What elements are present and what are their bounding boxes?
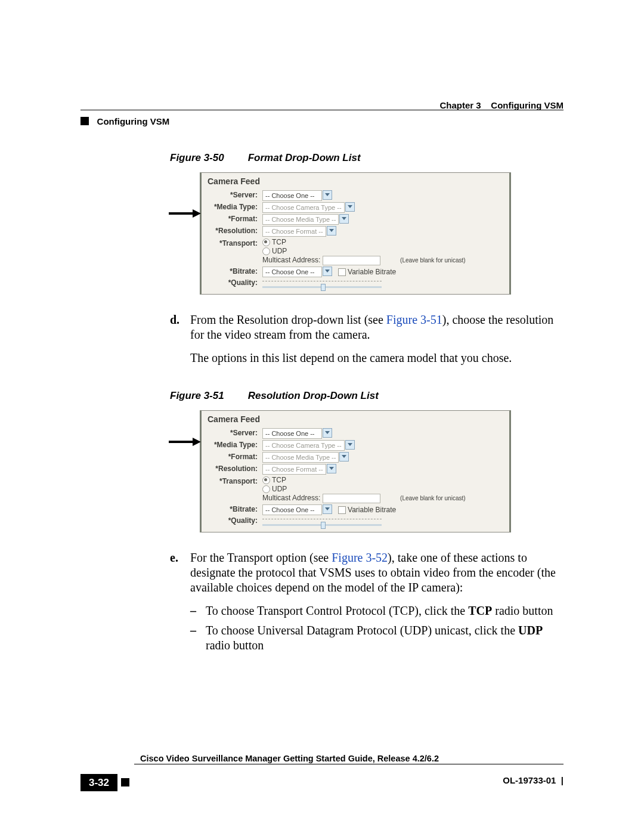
chevron-down-icon[interactable] bbox=[345, 202, 355, 212]
panel-title: Camera Feed bbox=[208, 176, 504, 187]
footer: Cisco Video Surveillance Manager Getting… bbox=[80, 774, 564, 791]
chevron-down-icon[interactable] bbox=[345, 440, 355, 450]
resolution-dropdown[interactable]: -- Choose Format -- bbox=[262, 464, 326, 475]
quality-slider[interactable] bbox=[262, 281, 382, 287]
figure-3-52-link[interactable]: Figure 3-52 bbox=[332, 551, 388, 564]
quality-slider[interactable] bbox=[262, 519, 382, 525]
figure-50-caption: Figure 3-50Format Drop-Down List bbox=[170, 151, 564, 164]
bitrate-label: *Bitrate: bbox=[206, 266, 260, 278]
udp-radio[interactable] bbox=[262, 247, 270, 255]
footer-marker-icon bbox=[121, 778, 129, 786]
multicast-note: (Leave blank for unicast) bbox=[400, 257, 466, 264]
section-title: Configuring VSM bbox=[97, 116, 170, 126]
camera-feed-panel: Camera Feed *Server: -- Choose One -- *M… bbox=[200, 172, 511, 295]
multicast-address-label: Multicast Address: bbox=[262, 256, 320, 264]
media-type-label: *Media Type: bbox=[206, 202, 260, 213]
step-d-text-1: From the Resolution drop-down list (see … bbox=[190, 312, 564, 342]
server-label: *Server: bbox=[206, 428, 260, 439]
media-type-label: *Media Type: bbox=[206, 439, 260, 451]
variable-bitrate-label: Variable Bitrate bbox=[348, 268, 396, 276]
step-e-text: For the Transport option (see Figure 3-5… bbox=[190, 550, 564, 595]
chevron-down-icon[interactable] bbox=[327, 226, 336, 236]
section-header: Configuring VSM bbox=[80, 113, 564, 128]
figure-51: Camera Feed *Server: -- Choose One -- *M… bbox=[170, 410, 564, 532]
page-number: 3-32 bbox=[80, 774, 117, 791]
step-d: d. From the Resolution drop-down list (s… bbox=[170, 312, 564, 374]
resolution-dropdown[interactable]: -- Choose Format -- bbox=[262, 226, 326, 237]
multicast-address-input[interactable] bbox=[323, 256, 380, 265]
transport-label: *Transport: bbox=[206, 475, 260, 504]
arrow-icon bbox=[169, 438, 201, 446]
tcp-option: TCP bbox=[272, 476, 286, 484]
step-marker: d. bbox=[170, 312, 190, 374]
step-d-text-2: The options in this list depend on the c… bbox=[190, 351, 564, 366]
substep-udp: To choose Universal Datagram Protocol (U… bbox=[206, 623, 564, 653]
arrow-icon bbox=[169, 209, 201, 218]
format-dropdown[interactable]: -- Choose Media Type -- bbox=[262, 452, 339, 463]
panel-title: Camera Feed bbox=[208, 414, 504, 425]
quality-label: *Quality: bbox=[206, 516, 260, 526]
bitrate-label: *Bitrate: bbox=[206, 504, 260, 516]
resolution-label: *Resolution: bbox=[206, 463, 260, 475]
tcp-option: TCP bbox=[272, 238, 286, 246]
chevron-down-icon[interactable] bbox=[323, 504, 332, 514]
variable-bitrate-label: Variable Bitrate bbox=[348, 506, 396, 514]
camera-feed-panel: Camera Feed *Server: -- Choose One -- *M… bbox=[200, 410, 511, 532]
format-label: *Format: bbox=[206, 213, 260, 225]
transport-label: *Transport: bbox=[206, 237, 260, 266]
chevron-down-icon[interactable] bbox=[339, 214, 349, 224]
tcp-radio[interactable] bbox=[262, 476, 270, 484]
footer-rule bbox=[134, 764, 564, 764]
chevron-down-icon[interactable] bbox=[327, 464, 336, 473]
substep-tcp: To choose Transport Control Protocol (TC… bbox=[206, 603, 553, 618]
page: Chapter 3 Configuring VSM Configuring VS… bbox=[0, 0, 644, 833]
quality-label: *Quality: bbox=[206, 278, 260, 288]
step-marker: e. bbox=[170, 550, 190, 658]
figure-3-51-link[interactable]: Figure 3-51 bbox=[386, 313, 442, 326]
server-label: *Server: bbox=[206, 190, 260, 202]
media-type-dropdown[interactable]: -- Choose Camera Type -- bbox=[262, 440, 345, 451]
chevron-down-icon[interactable] bbox=[339, 452, 349, 462]
resolution-label: *Resolution: bbox=[206, 225, 260, 237]
chevron-down-icon[interactable] bbox=[323, 267, 332, 276]
step-e: e. For the Transport option (see Figure … bbox=[170, 550, 564, 658]
footer-doc-id: OL-19733-01 | bbox=[503, 775, 564, 786]
udp-radio[interactable] bbox=[262, 485, 270, 493]
step-e-sublist: –To choose Transport Control Protocol (T… bbox=[190, 603, 564, 653]
header-rule bbox=[80, 110, 564, 110]
format-dropdown[interactable]: -- Choose Media Type -- bbox=[262, 214, 339, 225]
format-label: *Format: bbox=[206, 451, 260, 463]
media-type-dropdown[interactable]: -- Choose Camera Type -- bbox=[262, 202, 345, 213]
chevron-down-icon[interactable] bbox=[323, 428, 332, 438]
content-area: Figure 3-50Format Drop-Down List Camera … bbox=[170, 149, 564, 673]
figure-50: Camera Feed *Server: -- Choose One -- *M… bbox=[170, 172, 564, 295]
bitrate-dropdown[interactable]: -- Choose One -- bbox=[262, 504, 322, 515]
tcp-radio[interactable] bbox=[262, 239, 270, 246]
multicast-address-input[interactable] bbox=[323, 494, 380, 503]
chevron-down-icon[interactable] bbox=[323, 190, 332, 200]
section-marker-icon bbox=[80, 117, 89, 125]
multicast-address-label: Multicast Address: bbox=[262, 494, 320, 502]
footer-guide-title: Cisco Video Surveillance Manager Getting… bbox=[140, 753, 439, 764]
server-dropdown[interactable]: -- Choose One -- bbox=[262, 190, 322, 201]
bitrate-dropdown[interactable]: -- Choose One -- bbox=[262, 267, 322, 277]
variable-bitrate-checkbox[interactable] bbox=[338, 506, 346, 514]
variable-bitrate-checkbox[interactable] bbox=[338, 268, 346, 276]
udp-option: UDP bbox=[272, 247, 287, 255]
server-dropdown[interactable]: -- Choose One -- bbox=[262, 428, 322, 439]
udp-option: UDP bbox=[272, 485, 287, 493]
figure-51-caption: Figure 3-51Resolution Drop-Down List bbox=[170, 389, 564, 402]
multicast-note: (Leave blank for unicast) bbox=[400, 495, 466, 501]
